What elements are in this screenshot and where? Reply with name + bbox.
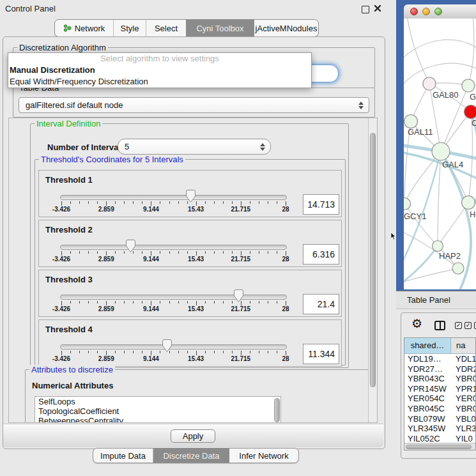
network-node-gal4[interactable] [432, 142, 450, 160]
tick [133, 351, 134, 353]
network-edge [404, 204, 438, 246]
list-item[interactable]: TopologicalCoefficient [35, 406, 280, 416]
scale-label: 28 [266, 256, 305, 263]
tick [214, 251, 215, 254]
node-label: HAP2 [439, 251, 461, 261]
slider-track[interactable] [60, 195, 287, 200]
network-edge [438, 151, 441, 246]
network-node-gcy1[interactable] [404, 198, 411, 210]
apply-row: Apply [3, 424, 383, 447]
table-row[interactable]: YLR345WYLR3 [404, 424, 475, 434]
tick [250, 301, 250, 303]
algorithm-placeholder-option[interactable]: Select algorithm to view settings [8, 53, 311, 65]
threshold-value-field[interactable]: 11.344 [303, 344, 339, 364]
minimize-traffic-light[interactable] [422, 8, 430, 15]
tick [124, 251, 125, 254]
close-traffic-light[interactable] [410, 8, 418, 15]
network-node[interactable] [452, 263, 464, 274]
list-scrollbar[interactable] [274, 398, 280, 422]
tick [61, 301, 62, 305]
apply-button[interactable]: Apply [171, 429, 215, 443]
table-row[interactable]: YBL079WYBL0 [404, 414, 475, 424]
scale-label: 21.715 [222, 256, 260, 263]
table-row[interactable]: YER054CYER0 [404, 394, 475, 404]
slider-track[interactable] [60, 295, 287, 300]
slider-thumb[interactable] [185, 189, 196, 205]
threshold-label: Threshold 3 [45, 275, 93, 284]
network-window-titlebar[interactable] [404, 4, 476, 19]
tab-network[interactable]: Network [55, 20, 114, 36]
tab-style[interactable]: Style [114, 20, 146, 36]
tick [277, 251, 277, 254]
num-intervals-combobox[interactable]: 5 [118, 139, 271, 155]
threshold-label: Threshold 1 [45, 175, 93, 185]
threshold-value-field[interactable]: 21.4 [303, 294, 339, 314]
float-window-icon[interactable] [362, 6, 369, 13]
slider-track[interactable] [60, 245, 287, 250]
tick [232, 301, 233, 303]
column-layout-icon[interactable] [434, 321, 445, 330]
node-label: GA [470, 92, 476, 102]
cell-name: YLR3 [451, 424, 475, 434]
network-node-h[interactable] [462, 196, 475, 210]
numerical-attributes-list[interactable]: SelfLoopsTopologicalCoefficientBetweenne… [35, 396, 281, 423]
threshold-value-field[interactable]: 14.713 [303, 194, 339, 215]
scale-label: 2.859 [87, 256, 125, 263]
tick [61, 251, 62, 256]
list-item[interactable]: BetweennessCentrality [35, 416, 280, 423]
tick [142, 201, 142, 204]
table-row[interactable]: YPR145WYPR1 [404, 384, 475, 394]
thresholds-group: Threshold's Coordinates for 5 Intervals … [35, 159, 346, 365]
table-row[interactable]: YDL19…YDL1 [404, 354, 475, 364]
tick [61, 201, 62, 206]
table-row[interactable]: YBR045CYBR0 [404, 404, 475, 414]
algorithm-option-equal-width[interactable]: Equal Width/Frequency Discretization [8, 76, 311, 88]
network-node-gal11[interactable] [404, 115, 418, 128]
network-node-hap2[interactable] [433, 241, 443, 252]
tick [151, 201, 151, 206]
algorithm-option-manual[interactable]: Manual Discretization [8, 65, 311, 76]
column-header-name[interactable]: na [451, 338, 475, 353]
table-row[interactable]: YIL052CYIL0 [404, 434, 475, 444]
table-horizontal-scrollbar[interactable] [404, 443, 475, 450]
node-table[interactable]: shared… na YDL19…YDL1YDR27…YDR2YBR043CYB… [404, 337, 476, 450]
slider-thumb[interactable] [233, 289, 244, 305]
checkbox-icon[interactable]: ✓ [455, 322, 462, 329]
threshold-value-field[interactable]: 6.316 [303, 244, 339, 265]
tab-select[interactable]: Select [146, 20, 186, 36]
table-row[interactable]: YDR27…YDR2 [404, 364, 475, 374]
tab-cyni-toolbox[interactable]: Cyni Toolbox [186, 20, 254, 36]
network-node-gal80[interactable] [423, 77, 436, 90]
tab-jactivemnodules[interactable]: jActiveMNodules [254, 20, 318, 36]
settings-vertical-scrollbar[interactable] [368, 118, 377, 422]
tick [160, 251, 160, 254]
table-data-combobox[interactable]: galFiltered.sif default node [19, 97, 369, 113]
tick [169, 201, 170, 204]
node-label: GAL80 [433, 90, 458, 100]
tab-impute-data[interactable]: Impute Data [93, 449, 153, 463]
table-rows: YDL19…YDL1YDR27…YDR2YBR043CYBR0YPR145WYP… [404, 354, 475, 443]
tab-discretize-data[interactable]: Discretize Data [153, 449, 229, 463]
tick [250, 201, 250, 204]
checkbox-icon[interactable]: ✓ [464, 322, 472, 329]
scrollbar-thumb[interactable] [406, 445, 472, 449]
close-icon[interactable] [374, 4, 381, 12]
slider-track[interactable] [60, 344, 287, 349]
tick [259, 201, 259, 204]
scrollbar-thumb[interactable] [370, 133, 376, 387]
cell-shared-name: YBR045C [404, 404, 451, 414]
network-node-ga[interactable] [462, 79, 475, 92]
zoom-traffic-light[interactable] [434, 8, 442, 15]
column-header-shared-name[interactable]: shared… [404, 338, 451, 353]
tick [178, 301, 179, 303]
network-node-c[interactable] [464, 105, 476, 119]
slider-thumb[interactable] [162, 339, 173, 355]
tick [223, 351, 224, 353]
table-row[interactable]: YBR043CYBR0 [404, 374, 475, 384]
numerical-attributes-label: Numerical Attributes [32, 381, 113, 390]
list-item[interactable]: SelfLoops [35, 397, 280, 406]
tab-infer-network[interactable]: Infer Network [229, 449, 298, 463]
gear-icon[interactable]: ⚙ [411, 318, 422, 330]
network-canvas[interactable]: GAL80GACGAL11GAL4GCY1HHAP2 [404, 19, 476, 289]
slider-thumb[interactable] [125, 239, 136, 255]
